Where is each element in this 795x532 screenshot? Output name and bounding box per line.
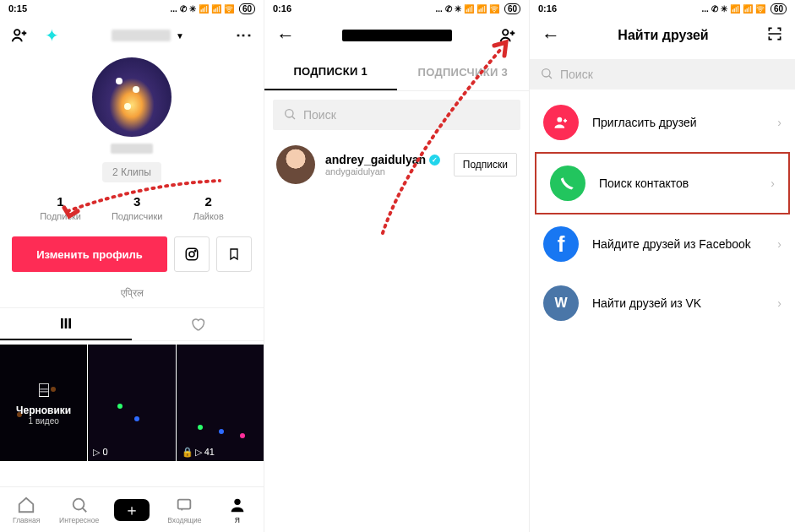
svg-rect-6 <box>68 318 71 328</box>
scan-icon[interactable] <box>766 25 783 46</box>
find-friends-header: ← Найти друзей <box>530 17 795 54</box>
video-thumb[interactable]: 🔒 ▷ 41 <box>177 345 264 461</box>
profile-stats: 1 Подписки 3 Подписчики 2 Лайков <box>0 194 264 221</box>
search-input[interactable]: Поиск <box>530 59 795 90</box>
following-button[interactable]: Подписки <box>454 153 517 176</box>
option-facebook-friends[interactable]: f Найдите друзей из Facebook › <box>530 214 795 274</box>
following-header: ← <box>264 17 529 54</box>
verified-icon: ✓ <box>429 155 440 166</box>
vk-icon: W <box>543 285 579 321</box>
profile-header: ✦ ▼ ⋮ <box>0 17 264 54</box>
chevron-right-icon: › <box>777 237 781 251</box>
drafts-thumb[interactable]: ⌸ Черновики 1 видео <box>0 345 87 461</box>
facebook-icon: f <box>543 226 579 262</box>
plus-icon: ＋ <box>114 499 150 521</box>
drafts-icon: ⌸ <box>39 380 49 399</box>
status-bar: 0:15 ...✆✳📶📶🛜 60 <box>0 0 264 17</box>
clock: 0:16 <box>538 3 557 14</box>
user-handle: andygaidulyan <box>325 166 440 176</box>
video-grid: ⌸ Черновики 1 видео ▷ 0 🔒 ▷ 41 <box>0 345 264 461</box>
bookmark-button[interactable] <box>216 236 252 272</box>
add-friend-icon[interactable] <box>10 26 29 45</box>
nav-discover[interactable]: Интересное <box>52 487 105 532</box>
user-avatar <box>276 145 315 184</box>
annotation-highlight-box: Поиск контактов › <box>535 152 790 214</box>
user-name: andrey_gaidulyan ✓ <box>325 153 440 166</box>
svg-rect-8 <box>178 499 191 508</box>
instagram-button[interactable] <box>174 236 210 272</box>
svg-point-13 <box>557 117 562 122</box>
clock: 0:16 <box>273 3 291 14</box>
back-icon[interactable]: ← <box>276 24 295 46</box>
svg-point-9 <box>234 498 240 504</box>
phone-icon <box>550 166 585 201</box>
handle-blurred <box>111 144 153 154</box>
nav-home[interactable]: Главная <box>0 487 52 532</box>
svg-point-2 <box>189 252 194 257</box>
svg-point-12 <box>542 68 550 76</box>
svg-point-7 <box>73 498 84 509</box>
bio-text: एप्रिल <box>0 287 264 299</box>
username-redacted <box>342 30 452 41</box>
user-row[interactable]: andrey_gaidulyan ✓ andygaidulyan Подписк… <box>264 138 529 191</box>
svg-point-3 <box>194 250 196 252</box>
search-input[interactable]: Поиск <box>273 100 520 130</box>
status-icons: ...✆✳📶📶🛜 60 <box>699 3 787 14</box>
lock-icon: 🔒 <box>182 447 193 458</box>
sparkle-icon[interactable]: ✦ <box>42 26 61 45</box>
status-bar: 0:16 ...✆✳📶📶🛜 60 <box>530 0 795 17</box>
username-blurred <box>112 30 171 41</box>
option-vk-friends[interactable]: W Найти друзей из VK › <box>530 274 795 333</box>
invite-icon <box>543 105 579 140</box>
status-icons: ...✆✳📶📶🛜 60 <box>167 3 255 14</box>
stat-followers[interactable]: 3 Подписчики <box>112 194 163 221</box>
page-title: Найти друзей <box>618 28 708 43</box>
tab-followers[interactable]: ПОДПИСЧИКИ 3 <box>397 54 530 90</box>
video-thumb[interactable]: ▷ 0 <box>88 345 175 461</box>
chevron-right-icon: › <box>777 296 781 310</box>
tab-liked[interactable] <box>132 308 264 340</box>
more-icon[interactable]: ⋮ <box>235 26 253 45</box>
svg-point-11 <box>286 109 293 117</box>
username-dropdown[interactable]: ▼ <box>112 30 184 41</box>
svg-rect-5 <box>65 318 68 328</box>
nav-create[interactable]: ＋ <box>106 487 158 532</box>
chevron-right-icon: › <box>770 176 775 190</box>
nav-inbox[interactable]: Входящие <box>158 487 210 532</box>
search-icon <box>540 67 553 83</box>
status-icons: ...✆✳📶📶🛜 60 <box>433 3 520 14</box>
svg-point-10 <box>503 30 508 35</box>
chevron-down-icon: ▼ <box>176 31 184 41</box>
back-icon[interactable]: ← <box>542 24 560 46</box>
follow-tabs: ПОДПИСКИ 1 ПОДПИСЧИКИ 3 <box>264 54 529 91</box>
svg-rect-4 <box>61 318 63 328</box>
svg-point-0 <box>14 30 19 35</box>
edit-profile-button[interactable]: Изменить профиль <box>12 236 167 272</box>
profile-avatar[interactable] <box>92 57 172 137</box>
stat-likes[interactable]: 2 Лайков <box>193 194 223 221</box>
bottom-nav: Главная Интересное ＋ Входящие Я <box>0 486 264 532</box>
option-invite-friends[interactable]: Пригласить друзей › <box>530 93 795 152</box>
option-search-contacts[interactable]: Поиск контактов › <box>536 154 788 213</box>
clock: 0:15 <box>8 3 27 14</box>
add-friend-icon[interactable] <box>498 26 517 45</box>
tab-following[interactable]: ПОДПИСКИ 1 <box>264 54 397 90</box>
nav-profile[interactable]: Я <box>211 487 264 532</box>
clips-pill[interactable]: 2 Клипы <box>102 162 161 182</box>
content-tabs <box>0 307 264 341</box>
search-icon <box>283 107 297 123</box>
chevron-right-icon: › <box>777 116 781 129</box>
stat-following[interactable]: 1 Подписки <box>40 194 81 221</box>
tab-grid[interactable] <box>0 308 132 340</box>
status-bar: 0:16 ...✆✳📶📶🛜 60 <box>264 0 529 17</box>
